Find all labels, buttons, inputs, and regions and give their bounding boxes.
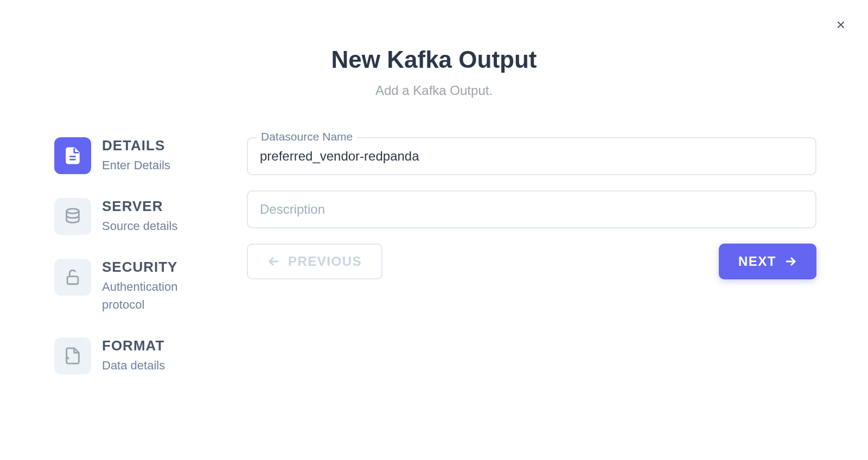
next-button[interactable]: NEXT: [719, 244, 816, 279]
close-button[interactable]: ×: [837, 17, 845, 33]
step-details[interactable]: DETAILS Enter Details: [54, 137, 239, 174]
next-label: NEXT: [738, 254, 776, 269]
previous-button[interactable]: PREVIOUS: [247, 244, 382, 279]
arrow-right-icon: [784, 255, 797, 268]
step-title: SECURITY: [102, 259, 210, 276]
previous-label: PREVIOUS: [288, 254, 362, 269]
steps-sidebar: DETAILS Enter Details SERVER Source deta…: [0, 137, 239, 398]
modal-subtitle: Add a Kafka Output.: [0, 83, 868, 98]
description-input[interactable]: [247, 190, 816, 228]
step-text: SERVER Source details: [102, 198, 177, 235]
modal-header: New Kafka Output Add a Kafka Output.: [0, 0, 868, 98]
step-text: DETAILS Enter Details: [102, 137, 170, 174]
modal-title: New Kafka Output: [0, 46, 868, 73]
step-format[interactable]: FORMAT Data details: [54, 337, 239, 374]
step-text: SECURITY Authentication protocol: [102, 259, 210, 314]
arrow-left-icon: [267, 255, 280, 268]
step-desc: Authentication protocol: [102, 278, 210, 314]
unlock-icon: [54, 259, 91, 296]
database-icon: [54, 198, 91, 235]
file-code-icon: [54, 337, 91, 374]
modal-dialog: × New Kafka Output Add a Kafka Output. D…: [0, 0, 868, 460]
step-title: FORMAT: [102, 337, 165, 354]
description-field: [247, 190, 816, 228]
step-text: FORMAT Data details: [102, 337, 165, 374]
datasource-name-field: Datasource Name: [247, 137, 816, 175]
step-desc: Enter Details: [102, 156, 170, 174]
step-desc: Data details: [102, 356, 165, 374]
step-security[interactable]: SECURITY Authentication protocol: [54, 259, 239, 314]
svg-point-2: [67, 209, 79, 214]
step-title: DETAILS: [102, 137, 170, 154]
datasource-name-label: Datasource Name: [257, 130, 357, 143]
button-row: PREVIOUS NEXT: [247, 244, 816, 279]
step-desc: Source details: [102, 217, 177, 235]
modal-content: DETAILS Enter Details SERVER Source deta…: [0, 137, 868, 398]
close-icon: ×: [837, 16, 845, 33]
svg-rect-3: [67, 277, 78, 284]
step-server[interactable]: SERVER Source details: [54, 198, 239, 235]
step-title: SERVER: [102, 198, 177, 215]
document-icon: [54, 137, 91, 174]
form-area: Datasource Name PREVIOUS NEXT: [239, 137, 868, 398]
